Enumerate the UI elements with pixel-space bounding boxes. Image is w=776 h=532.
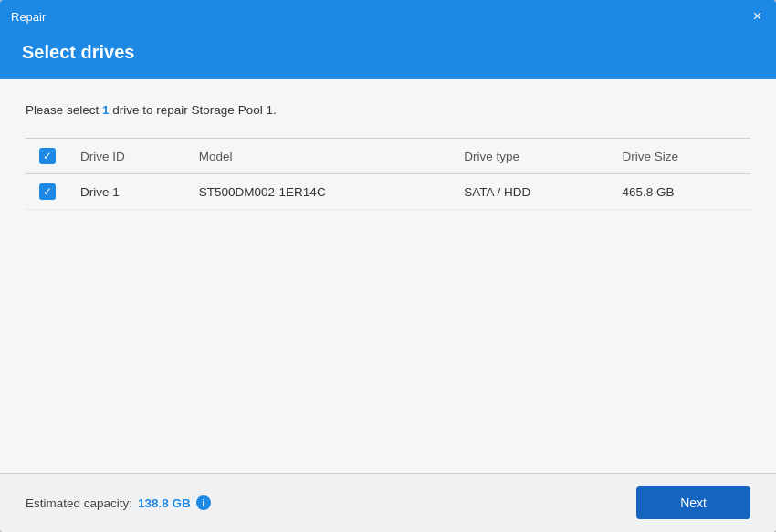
- header-checkbox[interactable]: ✓: [39, 148, 56, 164]
- col-header-drive-size: Drive Size: [611, 139, 750, 174]
- row-model: ST500DM002-1ER14C: [188, 174, 454, 210]
- description-post: drive to repair Storage Pool 1.: [110, 103, 277, 117]
- row-drive-type: SATA / HDD: [453, 174, 611, 210]
- close-button[interactable]: ×: [750, 7, 765, 26]
- footer: Estimated capacity: 138.8 GB i Next: [0, 473, 776, 532]
- description-count: 1: [102, 103, 110, 117]
- row-drive-size: 465.8 GB: [611, 174, 750, 210]
- repair-dialog: Repair × Select drives Please select 1 d…: [0, 0, 776, 532]
- col-header-drive-type: Drive type: [453, 139, 611, 174]
- col-header-drive-id: Drive ID: [69, 139, 188, 174]
- description-text: Please select 1 drive to repair Storage …: [26, 101, 750, 120]
- description-pre: Please select: [26, 103, 102, 117]
- table-header-row: ✓ Drive ID Model Drive type Drive Size: [26, 139, 750, 174]
- estimated-capacity-section: Estimated capacity: 138.8 GB i: [26, 495, 211, 510]
- estimated-label: Estimated capacity:: [26, 496, 132, 510]
- table-row: ✓ Drive 1 ST500DM002-1ER14C SATA / HDD 4…: [26, 174, 750, 210]
- dialog-title: Repair: [11, 10, 46, 24]
- info-icon[interactable]: i: [196, 495, 211, 510]
- title-bar: Repair ×: [0, 0, 776, 33]
- main-content: Please select 1 drive to repair Storage …: [0, 79, 776, 473]
- page-title: Select drives: [22, 42, 754, 63]
- next-button[interactable]: Next: [636, 486, 750, 519]
- header-section: Select drives: [0, 33, 776, 79]
- col-header-checkbox: ✓: [26, 139, 69, 174]
- drives-table: ✓ Drive ID Model Drive type Drive Size ✓…: [26, 138, 750, 210]
- estimated-value: 138.8 GB: [138, 496, 191, 510]
- row-checkbox[interactable]: ✓: [39, 183, 56, 200]
- row-checkbox-cell[interactable]: ✓: [26, 174, 69, 210]
- col-header-model: Model: [188, 139, 454, 174]
- row-drive-id: Drive 1: [69, 174, 188, 210]
- drives-table-container: ✓ Drive ID Model Drive type Drive Size ✓…: [26, 138, 750, 473]
